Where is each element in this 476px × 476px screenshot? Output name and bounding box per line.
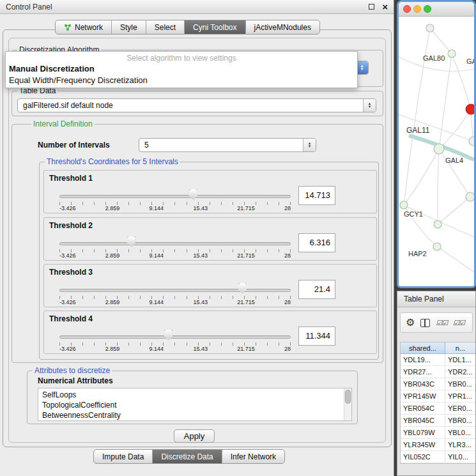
selected-node[interactable] (466, 104, 474, 114)
gear-icon[interactable]: ⚙ (406, 318, 415, 328)
attributes-to-discretize-group: Attributes to discretize Numerical Attri… (27, 371, 358, 424)
tab-jactivemnodules[interactable]: jActiveMNodules (246, 20, 319, 34)
table-row[interactable]: YBR043C YBR0... (401, 378, 476, 390)
graph-node-gcy1[interactable] (400, 201, 408, 209)
scale-tick-label: -3.426 (59, 299, 76, 305)
tab-select[interactable]: Select (146, 20, 185, 34)
table-data-select[interactable]: galFiltered.sif default node ▲ ▼ (17, 98, 376, 112)
control-panel-tab-bar: Network Style Select Cyni Toolbox jActiv… (55, 20, 320, 35)
node-label: HAP2 (408, 250, 427, 257)
scale-tick-label: 21.715 (237, 205, 255, 211)
tab-network[interactable]: Network (56, 20, 112, 34)
column-header-name[interactable]: n... (445, 342, 476, 354)
attributes-legend: Attributes to discretize (33, 366, 112, 375)
node-label: GCY1 (404, 210, 423, 218)
numerical-attributes-list[interactable]: SelfLoopsTopologicalCoefficientBetweenne… (38, 388, 352, 421)
graph-node[interactable] (448, 50, 456, 58)
slider-track[interactable] (59, 289, 291, 292)
algorithm-dropdown-popup: Select algorithm to view settings Manual… (5, 51, 358, 88)
table-body: YDL19... YDL1... YDR27... YDR2... YBR043… (401, 354, 476, 463)
slider-track[interactable] (59, 242, 291, 245)
thresholds-legend: Threshold's Coordinates for 5 Intervals (45, 157, 180, 166)
close-icon[interactable]: × (382, 3, 388, 11)
threshold-3-value-field[interactable]: 21.4 (298, 280, 335, 299)
slider-thumb[interactable] (127, 236, 135, 247)
graph-node-gal4[interactable] (434, 144, 444, 154)
scale-tick-label: 9.144 (150, 205, 164, 211)
table-data-select-value: galFiltered.sif default node (18, 101, 363, 110)
scale-tick-label: 9.144 (150, 252, 164, 259)
graph-node[interactable] (434, 220, 441, 228)
slider-thumb[interactable] (189, 189, 197, 200)
list-item[interactable]: SelfLoops (42, 390, 344, 400)
table-row[interactable]: YBR045C YBR0... (401, 415, 476, 427)
threshold-1-slider[interactable] (59, 188, 291, 201)
menu-item-equal-width-frequency[interactable]: Equal Width/Frequency Discretization (6, 75, 357, 86)
float-window-icon[interactable] (369, 4, 374, 10)
slider-track[interactable] (59, 195, 291, 198)
tab-cyni-toolbox[interactable]: Cyni Toolbox (185, 20, 245, 34)
scale-tick-label: 28 (284, 252, 291, 259)
number-of-intervals-label: Number of Intervals (38, 141, 110, 150)
scale-tick-label: 2.859 (105, 299, 120, 305)
table-panel-titlebar[interactable]: Table Panel (397, 291, 475, 307)
select-all-columns-icon[interactable]: ☑☑ (436, 319, 447, 327)
minimize-traffic-light[interactable] (413, 5, 421, 13)
slider-thumb[interactable] (164, 330, 173, 341)
interval-definition-legend: Interval Definition (31, 119, 95, 128)
threshold-3-slider[interactable] (59, 282, 291, 295)
slider-track[interactable] (59, 335, 291, 339)
graph-node[interactable] (469, 137, 474, 146)
table-row[interactable]: YDR27... YDR2... (401, 366, 476, 378)
threshold-1-value-field[interactable]: 14.713 (298, 186, 335, 205)
tab-style[interactable]: Style (112, 20, 146, 34)
table-row[interactable]: YDL19... YDL1... (401, 354, 476, 366)
table-data-select-stepper[interactable]: ▲ ▼ (363, 99, 376, 112)
graph-node[interactable] (466, 192, 474, 201)
table-row[interactable]: YLR345W YLR3... (401, 439, 476, 451)
table-data-group: Table Data galFiltered.sif default node … (12, 91, 383, 116)
slider-scale-labels: -3.4262.8599.14415.4321.71528 (59, 299, 291, 305)
threshold-2-slider[interactable] (59, 236, 291, 249)
threshold-4-slider[interactable] (59, 329, 291, 342)
node-label: GAL4 (445, 157, 463, 164)
graph-node-hap2[interactable] (433, 243, 441, 250)
number-of-intervals-select[interactable]: 5 ▲ ▼ (139, 138, 316, 152)
column-header-shared-name[interactable]: shared... (401, 342, 445, 354)
zoom-traffic-light[interactable] (424, 5, 431, 13)
menu-item-manual-discretization[interactable]: Manual Discretization (6, 63, 357, 75)
scrollbar-thumb[interactable] (345, 390, 351, 404)
node-table: shared... n... YDL19... YDL1... YDR27...… (400, 342, 476, 464)
columns-icon[interactable] (420, 319, 430, 327)
list-scrollbar[interactable] (344, 388, 351, 420)
number-of-intervals-stepper[interactable]: ▲ ▼ (303, 139, 316, 151)
threshold-4-label: Threshold 4 (49, 314, 93, 323)
list-item[interactable]: TopologicalCoefficient (42, 400, 344, 410)
scale-tick-label: 2.859 (105, 205, 120, 211)
network-window-titlebar[interactable] (399, 2, 474, 17)
threshold-4-value-field[interactable]: 11.344 (298, 326, 335, 346)
scale-tick-label: -3.426 (59, 205, 76, 211)
close-traffic-light[interactable] (403, 5, 411, 13)
apply-button[interactable]: Apply (174, 429, 215, 443)
tab-impute-data[interactable]: Impute Data (94, 450, 153, 463)
scale-tick-label: 28 (284, 346, 291, 352)
slider-thumb[interactable] (238, 283, 247, 294)
control-panel-titlebar[interactable]: Control Panel × (0, 0, 394, 14)
slider-scale-labels: -3.4262.8599.14415.4321.71528 (59, 252, 291, 259)
tab-infer-network[interactable]: Infer Network (222, 450, 284, 463)
table-panel-window: Table Panel ⚙ ☑☑ ☑☑ shared... n... YDL19… (397, 291, 476, 476)
scale-tick-label: 28 (284, 299, 291, 305)
table-row[interactable]: YPR145W YPR1... (401, 390, 476, 403)
network-canvas[interactable]: GAL80 GA GAL11 GAL4 GCY1 HAP2 (399, 17, 474, 286)
list-item[interactable]: BetweennessCentrality (42, 410, 344, 420)
table-row[interactable]: YBL079W YBL0... (401, 427, 476, 439)
table-row[interactable]: YER054C YER0... (401, 403, 476, 415)
tab-discretize-data[interactable]: Discretize Data (153, 450, 222, 463)
table-row[interactable]: YIL052C YIL0... (401, 451, 476, 463)
graph-node[interactable] (426, 24, 434, 32)
select-rows-icon[interactable]: ☑☑ (453, 319, 464, 327)
bottom-tab-bar: Impute Data Discretize Data Infer Networ… (93, 449, 285, 464)
scale-tick-label: 21.715 (237, 299, 255, 305)
threshold-2-value-field[interactable]: 6.316 (298, 233, 335, 252)
